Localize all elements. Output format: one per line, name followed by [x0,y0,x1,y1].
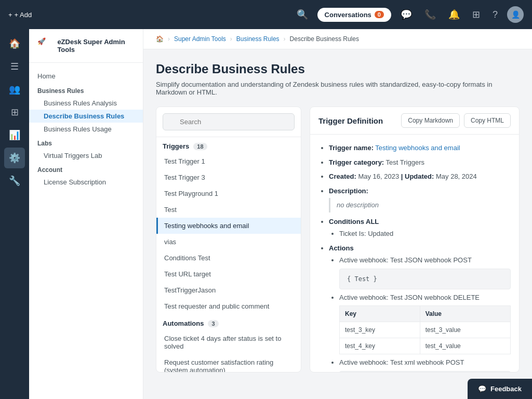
sidebar-grid-icon[interactable]: ⊞ [4,102,25,123]
copy-html-button[interactable]: Copy HTML [464,113,511,128]
plus-icon: + [8,11,12,19]
sidebar-section-account: Account [29,162,143,176]
list-scroll: Triggers 18 Test Trigger 1 Test Trigger … [156,137,301,372]
action-1: Active webhook: Test JSON webhook POST {… [339,255,511,289]
sidebar-gear-icon[interactable]: ⚙️ [4,148,25,168]
triggers-label: Triggers [163,142,189,150]
help-icon[interactable]: ? [489,6,501,23]
list-item-test-playground[interactable]: Test Playground 1 [156,185,301,202]
actions-label: Actions [329,244,354,252]
definition-body: Trigger name: Testing webhooks and email… [310,135,519,372]
top-nav: + + Add 🔍 Conversations 0 💬 📞 🔔 ⊞ ? 👤 [0,0,532,29]
table-row: test_3_key test_3_value [340,322,511,338]
actions-item: Actions Active webhook: Test JSON webhoo… [329,243,511,373]
sidebar-logo: 🚀 [37,37,52,54]
sidebar-item-home[interactable]: Home [29,69,143,83]
action-3: Active webhook: Test xml webhook POST <?… [339,357,511,372]
definition-panel: Trigger Definition Copy Markdown Copy HT… [310,107,520,373]
sidebar-item-license-subscription[interactable]: License Subscription [29,176,143,189]
list-item[interactable]: TestTriggerJason [156,282,301,298]
sidebar-header: 🚀 eZDesk Super Admin Tools [29,37,143,63]
sidebar-item-business-rules-usage[interactable]: Business Rules Usage [29,123,143,136]
triggers-badge: 18 [193,143,207,150]
list-item-conditions-test[interactable]: Conditions Test [156,250,301,266]
sidebar-item-virtual-triggers-lab[interactable]: Virtual Triggers Lab [29,149,143,162]
list-item-testing-webhooks[interactable]: Testing webhooks and email [156,218,301,234]
description-label: Description: [329,187,368,195]
search-input[interactable] [163,113,295,130]
automations-section-header: Automations 3 [156,314,301,330]
condition-item: Ticket Is: Updated [339,229,511,239]
table-cell-key: test_4_key [340,338,420,354]
search-icon[interactable]: 🔍 [294,6,311,23]
definition-list: Trigger name: Testing webhooks and email… [318,143,511,372]
list-item[interactable]: Test URL target [156,266,301,282]
copy-markdown-button[interactable]: Copy Markdown [401,113,460,128]
conditions-item: Conditions ALL Ticket Is: Updated [329,217,511,239]
definition-header: Trigger Definition Copy Markdown Copy HT… [310,107,519,135]
trigger-name-item: Trigger name: Testing webhooks and email [329,143,511,153]
table-header-key: Key [340,306,420,322]
page-body: Describe Business Rules Simplify documen… [143,49,532,385]
avatar[interactable]: 👤 [507,6,524,23]
conditions-label: Conditions ALL [329,218,379,225]
sidebar-chart-icon[interactable]: 📊 [4,125,25,145]
breadcrumb: 🏠 › Super Admin Tools › Business Rules ›… [143,29,532,49]
feedback-icon: 💬 [478,385,486,393]
list-item[interactable]: Close ticket 4 days after status is set … [156,330,301,354]
conversations-button[interactable]: Conversations 0 [317,8,391,22]
triggers-section-header: Triggers 18 [156,137,301,153]
list-item[interactable]: Test Trigger 3 [156,169,301,185]
icon-sidebar: 🏠 ☰ 👥 ⊞ 📊 ⚙️ 🔧 [0,29,29,399]
app-sidebar: 🚀 eZDesk Super Admin Tools Home Business… [29,29,143,399]
breadcrumb-current: Describe Business Rules [290,35,359,43]
home-icon: 🏠 [156,35,164,43]
sidebar-users-icon[interactable]: 👥 [4,79,25,100]
add-button[interactable]: + + Add [8,11,32,19]
description-item: Description: no description [329,186,511,212]
list-item[interactable]: vias [156,234,301,250]
content-columns: 🔍 Triggers 18 Test Trigger 1 Test Trigge… [156,107,520,373]
trigger-category-item: Trigger category: Test Triggers [329,157,511,168]
grid-icon[interactable]: ⊞ [469,6,483,23]
list-item[interactable]: Test [156,202,301,218]
table-header-value: Value [420,306,510,322]
dates-item: Created: May 16, 2023 | Updated: May 28,… [329,171,511,182]
automations-label: Automations [163,320,204,327]
header-buttons: Copy Markdown Copy HTML [401,113,511,128]
definition-title: Trigger Definition [318,116,383,125]
table-cell-key: test_3_key [340,322,420,338]
list-panel: 🔍 Triggers 18 Test Trigger 1 Test Trigge… [156,107,301,373]
sidebar-item-business-rules-analysis[interactable]: Business Rules Analysis [29,97,143,110]
breadcrumb-super-admin[interactable]: Super Admin Tools [174,35,226,43]
page-title: Describe Business Rules [156,62,520,76]
sidebar-item-describe-business-rules[interactable]: Describe Business Rules [29,110,143,123]
bell-icon[interactable]: 🔔 [445,6,463,23]
sidebar-apps-icon[interactable]: 🔧 [4,170,25,191]
list-item[interactable]: Test Trigger 1 [156,153,301,169]
xml-code-block: <?xml version="1.0" encoding="UTF-8"?> <… [339,371,511,373]
main-layout: 🏠 ☰ 👥 ⊞ 📊 ⚙️ 🔧 🚀 eZDesk Super Admin Tool… [0,29,532,399]
updated-date: May 28, 2024 [436,172,477,180]
trigger-name-link[interactable]: Testing webhooks and email [375,144,460,152]
search-box: 🔍 [156,107,301,137]
list-item[interactable]: Test requester and public comment [156,298,301,314]
actions-list: Active webhook: Test JSON webhook POST {… [329,255,511,372]
description-value: no description [329,198,511,212]
sidebar-section-labs: Labs [29,136,143,149]
chat-icon[interactable]: 💬 [397,6,415,23]
sidebar-section-business-rules: Business Rules [29,83,143,97]
search-wrapper: 🔍 [163,113,295,130]
list-item[interactable]: Request customer satisfaction rating (sy… [156,354,301,372]
phone-icon[interactable]: 📞 [421,6,439,23]
conversations-badge: 0 [375,11,384,18]
feedback-button[interactable]: 💬 Feedback [468,379,532,399]
automations-badge: 3 [208,320,218,327]
conditions-list: Ticket Is: Updated [329,229,511,239]
page-description: Simplify documentation and understanding… [156,81,520,96]
breadcrumb-business-rules[interactable]: Business Rules [236,35,280,43]
feedback-label: Feedback [490,385,522,393]
sidebar-list-icon[interactable]: ☰ [4,56,25,77]
sidebar-home-icon[interactable]: 🏠 [4,33,25,54]
table-cell-value: test_4_value [420,338,510,354]
